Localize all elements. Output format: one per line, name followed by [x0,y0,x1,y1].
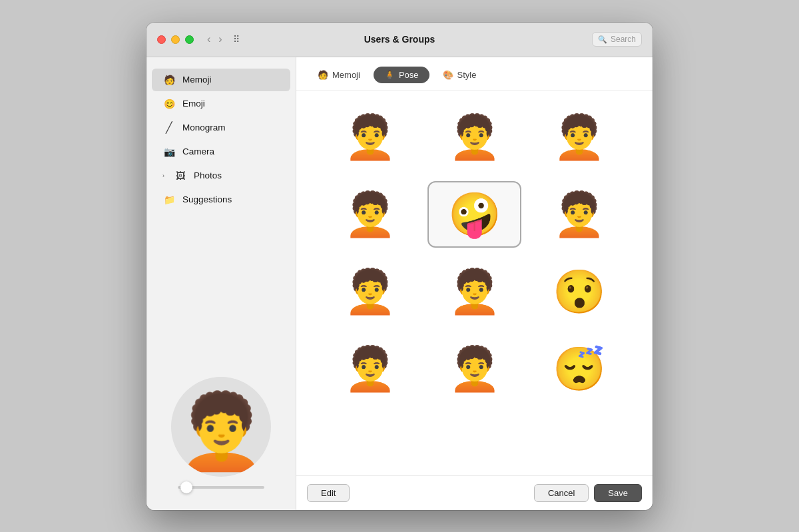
tab-pose-label: Pose [399,70,419,80]
tab-style-icon: 🎨 [443,70,453,80]
pose-emoji-2: 🧑‍🦱 [448,116,501,158]
sidebar-memoji-label: Memoji [182,75,212,85]
pose-item-1[interactable]: 🧑‍🦱 [323,104,417,170]
sidebar-photos-label: Photos [194,170,222,180]
edit-button[interactable]: Edit [307,484,350,502]
tab-memoji-label: Memoji [332,70,360,80]
pose-grid: 🧑‍🦱 🧑‍🦱 🧑‍🦱 🧑‍🦱 🤪 [296,91,653,475]
pose-emoji-9: 😯 [553,270,606,313]
back-button[interactable]: ‹ [204,32,213,47]
avatar-section: 🧑‍🦱 [146,366,296,499]
pose-item-2[interactable]: 🧑‍🦱 [427,104,521,170]
emoji-icon: 😊 [162,97,176,111]
suggestions-icon: 📁 [162,193,176,206]
tab-style-label: Style [457,70,477,80]
pose-emoji-10: 🧑‍🦱 [344,348,397,390]
pose-emoji-7: 🧑‍🦱 [344,270,397,313]
pose-emoji-12: 😴 [553,348,606,390]
window-title: Users & Groups [364,34,435,45]
save-button[interactable]: Save [594,484,642,502]
pose-emoji-5: 🤪 [448,193,501,236]
sidebar-suggestions-label: Suggestions [182,194,232,204]
tabs-bar: 🧑 Memoji 🧍 Pose 🎨 Style [296,57,653,91]
sidebar-item-monogram[interactable]: ╱ Monogram [152,117,290,139]
tab-pose[interactable]: 🧍 Pose [374,67,429,83]
pose-item-7[interactable]: 🧑‍🦱 [323,258,417,325]
pose-emoji-8: 🧑‍🦱 [448,270,501,313]
maximize-button[interactable] [185,35,194,44]
pose-emoji-4: 🧑‍🦱 [344,193,397,236]
pose-emoji-3: 🧑‍🦱 [553,116,606,158]
pose-item-9[interactable]: 😯 [532,258,626,325]
pose-emoji-11: 🧑‍🦱 [448,348,501,390]
avatar-preview: 🧑‍🦱 [171,377,271,477]
sidebar-item-memoji[interactable]: 🧑 Memoji [152,69,290,91]
right-panel: 🧑 Memoji 🧍 Pose 🎨 Style [296,57,653,510]
pose-item-8[interactable]: 🧑‍🦱 [427,258,521,325]
traffic-lights [157,35,194,44]
pose-item-5[interactable]: 🤪 [427,181,521,248]
sidebar-item-emoji[interactable]: 😊 Emoji [152,93,290,115]
avatar-emoji: 🧑‍🦱 [176,395,267,468]
search-placeholder: Search [611,35,636,44]
sidebar: 🧑 Memoji 😊 Emoji ╱ Monogram 📷 Camera › [146,57,296,510]
sidebar-item-camera[interactable]: 📷 Camera [152,140,290,163]
tab-style[interactable]: 🎨 Style [432,67,487,83]
photo-picker-modal: 🧑 Memoji 😊 Emoji ╱ Monogram 📷 Camera › [146,57,653,510]
content-area: 🧑 Memoji 😊 Emoji ╱ Monogram 📷 Camera › [146,57,653,510]
forward-button[interactable]: › [216,32,224,47]
sidebar-camera-label: Camera [182,146,214,156]
pose-item-3[interactable]: 🧑‍🦱 [532,104,626,170]
pose-emoji-6: 🧑‍🦱 [553,193,606,236]
pose-item-6[interactable]: 🧑‍🦱 [532,181,626,248]
search-box[interactable]: 🔍 Search [592,32,642,47]
camera-icon: 📷 [162,145,176,158]
titlebar: ‹ › ⠿ Users & Groups 🔍 Search [146,23,653,57]
monogram-icon: ╱ [162,121,176,134]
tab-memoji-icon: 🧑 [318,70,328,80]
pose-item-4[interactable]: 🧑‍🦱 [323,181,417,248]
photos-icon: 🖼 [174,169,187,182]
tab-pose-icon: 🧍 [384,70,395,80]
chevron-right-icon: › [162,172,164,179]
bottom-bar: Edit Cancel Save [296,475,653,510]
tab-memoji[interactable]: 🧑 Memoji [307,67,371,83]
grid-icon[interactable]: ⠿ [233,34,240,45]
sidebar-item-photos[interactable]: › 🖼 Photos [152,164,290,187]
cancel-button[interactable]: Cancel [534,484,589,502]
pose-item-11[interactable]: 🧑‍🦱 [427,336,521,402]
main-window: ‹ › ⠿ Users & Groups 🔍 Search [146,23,653,510]
size-slider[interactable] [178,486,264,489]
pose-item-12[interactable]: 😴 [532,336,626,402]
search-icon: 🔍 [598,35,607,44]
minimize-button[interactable] [171,35,180,44]
sidebar-monogram-label: Monogram [182,123,226,133]
sidebar-emoji-label: Emoji [182,99,205,109]
memoji-icon: 🧑 [162,73,176,87]
sidebar-item-suggestions[interactable]: 📁 Suggestions [152,188,290,211]
pose-item-10[interactable]: 🧑‍🦱 [323,336,417,402]
pose-emoji-1: 🧑‍🦱 [344,116,397,158]
close-button[interactable] [157,35,166,44]
nav-arrows: ‹ › [204,32,225,47]
